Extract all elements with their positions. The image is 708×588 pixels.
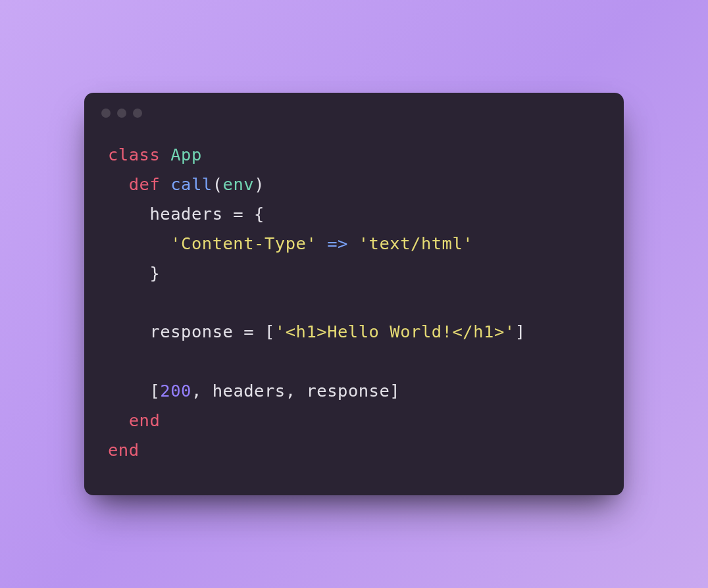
bracket-open: [	[149, 381, 160, 401]
close-icon[interactable]	[101, 109, 111, 118]
class-name: App	[170, 145, 202, 164]
bracket-close: ]	[515, 322, 526, 341]
paren-open: (	[213, 174, 223, 194]
comma: ,	[286, 381, 307, 401]
number-status: 200	[160, 381, 191, 401]
window-titlebar	[84, 93, 624, 123]
function-name: call	[170, 174, 212, 194]
keyword-end: end	[129, 410, 161, 430]
equals: =	[223, 204, 255, 224]
brace-open: {	[254, 204, 265, 224]
bracket-open: [	[265, 322, 275, 341]
space	[160, 145, 170, 164]
string-html: '<h1>Hello World!</h1>'	[275, 322, 515, 341]
brace-close: }	[149, 263, 160, 283]
keyword-def: def	[129, 174, 161, 194]
code-content: class App def call(env) headers = { 'Con…	[84, 123, 624, 495]
var-headers: headers	[149, 204, 222, 224]
maximize-icon[interactable]	[133, 109, 142, 118]
comma: ,	[191, 381, 213, 401]
string-value: 'text/html'	[359, 233, 474, 253]
var-response: response	[149, 322, 233, 341]
var-response-ref: response	[306, 381, 390, 401]
hash-rocket: =>	[316, 233, 358, 253]
paren-close: )	[254, 174, 265, 194]
code-window: class App def call(env) headers = { 'Con…	[84, 93, 624, 495]
param-env: env	[223, 174, 255, 194]
var-headers-ref: headers	[213, 381, 286, 401]
space	[160, 174, 170, 194]
minimize-icon[interactable]	[117, 109, 126, 118]
bracket-close: ]	[390, 381, 400, 401]
keyword-end: end	[108, 440, 139, 460]
string-key: 'Content-Type'	[170, 233, 316, 253]
keyword-class: class	[108, 145, 160, 164]
equals: =	[233, 322, 265, 341]
